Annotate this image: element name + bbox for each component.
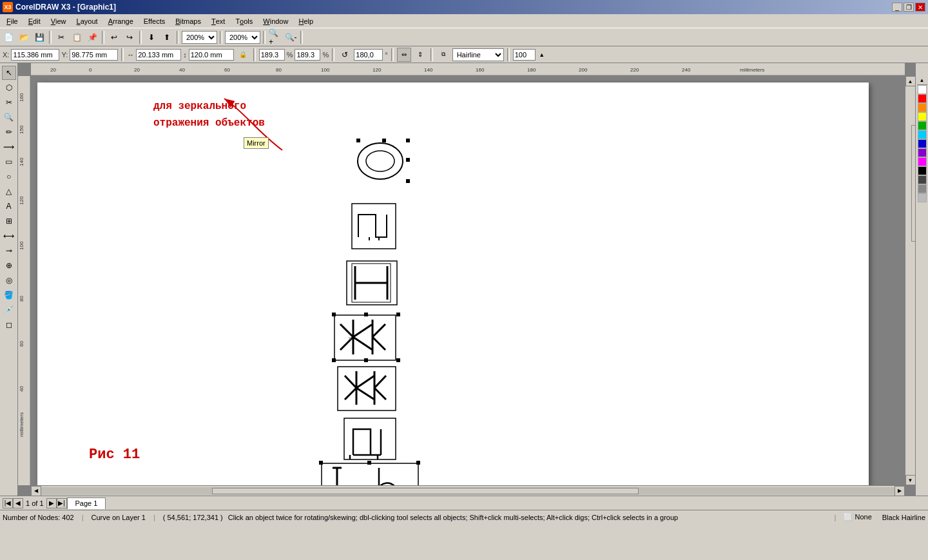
import-button[interactable]: ⬇ [144,30,159,44]
zoom1-combo[interactable]: 200%100%50% [182,31,217,44]
x-input[interactable] [11,49,59,61]
copy-transform-button[interactable]: ⧉ [436,48,450,62]
swatch-ltgray[interactable] [918,193,927,202]
palette-scroll-up[interactable]: ▲ [917,76,927,85]
contour-tool[interactable]: ◎ [2,273,16,287]
select-tool[interactable]: ↖ [2,66,16,80]
table-tool[interactable]: ⊞ [2,214,16,228]
menu-tools[interactable]: Tools [230,14,258,28]
swatch-yellow[interactable] [918,112,927,121]
zoom-in-button[interactable]: 🔍+ [268,30,282,44]
cut-button[interactable]: ✂ [54,30,68,44]
swatch-gray[interactable] [918,184,927,193]
y-input[interactable] [70,49,118,61]
scrollbar-horizontal[interactable]: ◀ ▶ [31,485,905,496]
menu-file[interactable]: File [1,14,23,28]
copy-button[interactable]: 📋 [70,30,84,44]
export-button[interactable]: ⬆ [160,30,174,44]
mirror-h-button[interactable]: ⇔ [397,48,411,62]
swatch-white[interactable] [918,85,927,94]
prev-page-button[interactable]: ◀ [13,498,23,508]
undo-button[interactable]: ↩ [107,30,121,44]
smart-draw-tool[interactable]: ⟿ [2,140,16,154]
menu-help[interactable]: Help [293,14,318,28]
redo-button[interactable]: ↪ [122,30,137,44]
zoom-out-button[interactable]: 🔍- [284,30,298,44]
scroll-up-button[interactable]: ▲ [905,76,916,86]
fill-tool[interactable]: 🪣 [2,288,16,302]
handle-tm [382,139,386,142]
angle2-input[interactable] [295,49,320,61]
mirror-v-button[interactable]: ⇕ [413,48,427,62]
swatch-cyan[interactable] [918,130,927,139]
swatch-red[interactable] [918,94,927,103]
rotation-reset[interactable]: ↺ [338,48,352,62]
angle1-input[interactable] [259,49,285,61]
menu-window[interactable]: Window [258,14,293,28]
rotation-input[interactable] [354,49,383,61]
connector-tool[interactable]: ⊸ [2,244,16,258]
lock-aspect-button[interactable]: 🔒 [236,48,250,62]
dimension-tool[interactable]: ⟷ [2,229,16,243]
swatch-blue[interactable] [918,139,927,148]
menu-view[interactable]: View [46,14,72,28]
menu-layout[interactable]: Layout [72,14,103,28]
w-icon: ↔ [127,51,134,59]
menu-text[interactable]: Text [206,14,230,28]
blend-tool[interactable]: ⊕ [2,258,16,273]
save-button[interactable]: 💾 [32,30,46,44]
scroll-left-button[interactable]: ◀ [31,486,41,496]
new-button[interactable]: 📄 [1,30,15,44]
width-input[interactable] [136,49,181,61]
letter-o-svg [353,140,411,186]
swatch-darkgray[interactable] [918,175,927,184]
rect-tool[interactable]: ▭ [2,155,16,169]
zoom2-combo[interactable]: 200%100%50% [225,31,260,44]
scroll-v-thumb[interactable] [911,125,916,242]
page1-tab[interactable]: Page 1 [67,497,106,509]
polygon-tool[interactable]: △ [2,184,16,198]
minimize-button[interactable]: _ [892,3,902,12]
svg-text:0: 0 [89,67,92,73]
opacity-up[interactable]: ▲ [537,48,546,62]
scroll-down-button[interactable]: ▼ [905,475,916,485]
last-page-button[interactable]: ▶| [57,498,67,508]
zoom-tool[interactable]: 🔍 [2,110,16,124]
freehand-tool[interactable]: ✏ [2,125,16,139]
outline-tool[interactable]: ◻ [2,318,16,332]
crop-tool[interactable]: ✂ [2,95,16,110]
scroll-h-track[interactable] [41,487,894,495]
next-page-button[interactable]: ▶ [46,498,57,508]
shape-tool[interactable]: ⬡ [2,81,16,95]
ellipse-tool[interactable]: ○ [2,169,16,184]
text-tool[interactable]: A [2,199,16,213]
scrollbar-vertical[interactable]: ▲ ▼ [905,76,915,485]
close-button[interactable]: ✕ [915,3,925,12]
title-bar-controls[interactable]: _ ❐ ✕ [892,3,925,12]
letter-d2-svg [343,418,398,463]
paste-button[interactable]: 📌 [85,30,99,44]
swatch-orange[interactable] [918,103,927,112]
menu-effects[interactable]: Effects [139,14,170,28]
canvas-area[interactable]: 20 0 20 40 60 80 100 120 140 160 180 200… [18,63,915,496]
eyedropper-tool[interactable]: 💉 [2,303,16,317]
svg-text:80: 80 [276,67,282,73]
swatch-magenta[interactable] [918,157,927,166]
menu-edit[interactable]: Edit [23,14,46,28]
sel-tr2 [396,313,400,316]
menu-bar: File Edit View Layout Arrange Effects Bi… [0,14,928,28]
svg-text:240: 240 [682,67,691,73]
swatch-green[interactable] [918,121,927,130]
open-button[interactable]: 📂 [17,30,31,44]
restore-button[interactable]: ❐ [904,3,914,12]
hairline-combo[interactable]: Hairline0.5mm1mm [452,48,504,61]
swatch-purple[interactable] [918,148,927,157]
swatch-black[interactable] [918,166,927,175]
scroll-right-button[interactable]: ▶ [894,486,905,496]
opacity-input[interactable] [513,49,536,61]
height-input[interactable] [189,49,234,61]
menu-arrange[interactable]: Arrange [103,14,139,28]
scroll-h-thumb[interactable] [212,488,639,494]
menu-bitmaps[interactable]: Bitmaps [170,14,206,28]
first-page-button[interactable]: |◀ [3,498,13,508]
